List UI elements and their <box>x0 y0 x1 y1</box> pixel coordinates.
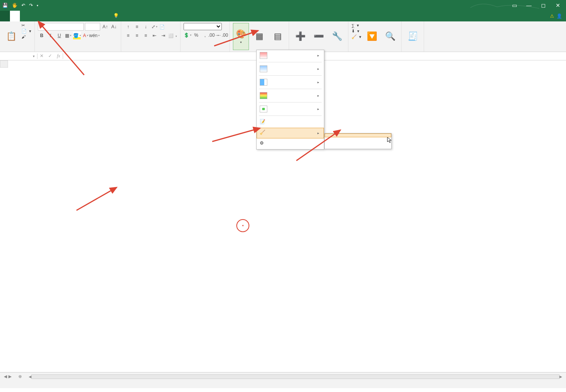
align-center-icon[interactable]: ≡ <box>133 32 141 39</box>
format-as-table-button[interactable]: ▦ <box>251 23 267 50</box>
decrease-font-icon[interactable]: A↓ <box>110 23 118 31</box>
indent-dec-icon[interactable]: ⇤ <box>151 32 158 39</box>
italic-button[interactable]: I <box>47 32 54 39</box>
tab-insert[interactable] <box>20 11 30 21</box>
sheet-tab-bar: ◀ ▶ ⊕ ◀▶ <box>0 372 566 381</box>
autosum-button[interactable]: ∑ ▾ <box>351 23 361 28</box>
cf-manage-rules[interactable]: ⚙ <box>257 138 324 149</box>
increase-font-icon[interactable]: A↑ <box>101 23 109 31</box>
font-color-button[interactable]: A <box>82 32 89 39</box>
tab-pdf[interactable] <box>89 11 99 21</box>
tab-file[interactable] <box>0 11 10 21</box>
comma-icon[interactable]: , <box>201 31 209 39</box>
invoice-check-button[interactable]: 🧾 <box>405 23 421 50</box>
currency-icon[interactable]: 💲 <box>184 31 191 39</box>
fill-color-button[interactable]: 🪣 <box>73 32 81 39</box>
align-mid-icon[interactable]: ≡ <box>133 23 141 31</box>
minimize-icon[interactable]: — <box>523 2 535 8</box>
align-left-icon[interactable]: ≡ <box>124 32 132 39</box>
cf-clear-rules[interactable]: 🧹▸ <box>257 128 324 138</box>
cf-new-rule[interactable]: 📝 <box>257 117 324 128</box>
redo-icon[interactable]: ↷ <box>29 3 33 8</box>
ribbon-tabs: 💡 ⚠ 👤 <box>0 11 566 21</box>
sheet-nav-last-icon[interactable]: ▶ <box>8 374 11 379</box>
ribbon-options-icon[interactable]: ▭ <box>509 2 520 8</box>
title-bar: 💾 🖐 ↶ ↷ ▾ ▭ — ◻ ✕ <box>0 0 566 11</box>
number-format-select[interactable] <box>184 23 222 30</box>
font-size-input[interactable] <box>85 23 100 31</box>
cf-data-bars[interactable]: ▸ <box>257 77 324 88</box>
sheet-nav-first-icon[interactable]: ◀ <box>4 374 7 379</box>
conditional-format-menu: ▸ ▸ ▸ ▸ ▸ 📝 🧹▸ ⚙ <box>256 50 324 150</box>
qat-more-icon[interactable]: ▾ <box>37 4 38 7</box>
cf-top-rules[interactable]: ▸ <box>257 63 324 74</box>
dec-decimal-icon[interactable]: ←.00 <box>219 31 226 39</box>
cut-button[interactable]: ✂ <box>21 23 31 28</box>
border-button[interactable]: ▦ <box>64 32 72 39</box>
format-cells-button[interactable]: 🔧 <box>329 23 345 50</box>
cell-styles-button[interactable]: ▤ <box>270 23 286 50</box>
clear-selected-cells[interactable] <box>325 133 391 137</box>
format-painter-button[interactable]: 🖌 <box>21 34 31 39</box>
delete-cells-button[interactable]: ➖ <box>311 23 327 50</box>
font-name-input[interactable] <box>38 23 84 31</box>
tab-review[interactable] <box>60 11 70 21</box>
save-icon[interactable]: 💾 <box>2 3 8 8</box>
find-select-button[interactable]: 🔍 <box>382 23 398 50</box>
percent-icon[interactable]: % <box>192 31 200 39</box>
fill-button[interactable]: ⬇ ▾ <box>351 29 361 34</box>
warning-icon[interactable]: ⚠ <box>550 13 554 19</box>
clear-entire-sheet[interactable] <box>325 137 391 141</box>
wrap-text-button[interactable]: 📄 <box>159 24 165 29</box>
phonetic-button[interactable]: wén <box>91 32 98 39</box>
bold-button[interactable]: B <box>38 32 46 39</box>
tab-wps[interactable] <box>99 11 109 21</box>
maximize-icon[interactable]: ◻ <box>538 2 549 8</box>
clear-this-pivot <box>325 145 391 149</box>
share-button[interactable]: 👤 <box>556 13 562 19</box>
touch-mode-icon[interactable]: 🖐 <box>12 3 18 8</box>
merge-button[interactable]: ⬜ <box>168 33 177 38</box>
align-top-icon[interactable]: ↑ <box>124 23 132 31</box>
underline-button[interactable]: U <box>55 32 63 39</box>
tell-me[interactable]: 💡 <box>109 11 123 21</box>
cf-icon-sets[interactable]: ▸ <box>257 104 324 114</box>
cancel-formula-icon[interactable]: ✕ <box>37 53 46 59</box>
tab-data[interactable] <box>50 11 60 21</box>
copy-button[interactable]: 📄 ▾ <box>21 29 31 34</box>
clear-this-table <box>325 141 391 145</box>
tab-dev[interactable] <box>80 11 89 21</box>
tab-layout[interactable] <box>30 11 40 21</box>
tab-view[interactable] <box>70 11 80 21</box>
sort-filter-button[interactable]: 🔽 <box>364 23 380 50</box>
accept-formula-icon[interactable]: ✓ <box>46 53 54 59</box>
stamp-icon: ★ <box>236 219 249 232</box>
cf-highlight-rules[interactable]: ▸ <box>257 50 324 61</box>
fx-icon[interactable]: fx <box>54 53 63 59</box>
name-box[interactable] <box>0 54 37 59</box>
align-bot-icon[interactable]: ↓ <box>142 23 150 31</box>
clear-rules-submenu <box>324 133 392 149</box>
status-bar <box>0 381 566 388</box>
inc-decimal-icon[interactable]: .00→ <box>210 31 218 39</box>
clear-button[interactable]: 🧹 ▾ <box>351 34 361 39</box>
conditional-format-button[interactable]: 🎨▾ <box>233 23 249 50</box>
tab-home[interactable] <box>10 11 20 21</box>
cf-color-scales[interactable]: ▸ <box>257 90 324 101</box>
add-sheet-button[interactable]: ⊕ <box>15 373 25 380</box>
orientation-icon[interactable]: ⤢ <box>151 23 158 31</box>
paste-button[interactable]: 📋 <box>3 23 19 50</box>
align-right-icon[interactable]: ≡ <box>142 32 150 39</box>
insert-cells-button[interactable]: ➕ <box>292 23 308 50</box>
tab-formulas[interactable] <box>40 11 50 21</box>
close-icon[interactable]: ✕ <box>552 2 564 8</box>
undo-icon[interactable]: ↶ <box>21 3 25 8</box>
indent-inc-icon[interactable]: ⇥ <box>159 32 167 39</box>
ribbon: 📋 ✂ 📄 ▾ 🖌 A↑ A↓ B I U ▦ 🪣 A <box>0 21 566 52</box>
